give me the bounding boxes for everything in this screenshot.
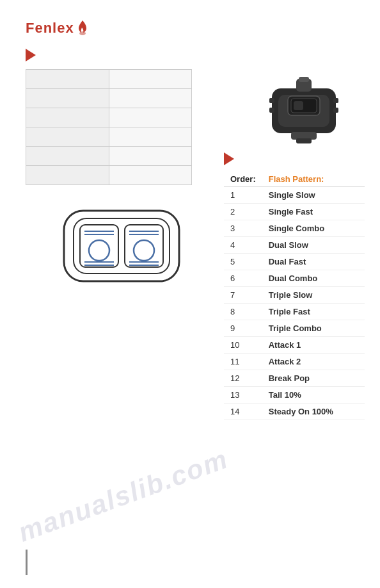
pattern-name: Attack 1 bbox=[262, 337, 365, 354]
pattern-table-row: 4Dual Slow bbox=[224, 237, 365, 254]
svg-rect-25 bbox=[333, 108, 338, 113]
main-layout: Order: Flash Pattern: 1Single Slow2Singl… bbox=[26, 69, 354, 420]
pattern-name: Dual Combo bbox=[262, 270, 365, 287]
pattern-name: Single Combo bbox=[262, 220, 365, 237]
svg-rect-18 bbox=[299, 77, 309, 82]
pattern-table-row: 1Single Slow bbox=[224, 187, 365, 204]
spec-table-cell bbox=[109, 127, 192, 147]
pattern-table-row: 3Single Combo bbox=[224, 220, 365, 237]
pattern-order: 14 bbox=[224, 404, 262, 420]
pattern-order: 6 bbox=[224, 270, 262, 287]
bottom-line bbox=[26, 550, 28, 575]
pattern-name: Single Slow bbox=[262, 187, 365, 204]
spec-table-row bbox=[26, 166, 192, 185]
spec-table-cell bbox=[26, 147, 109, 166]
svg-point-10 bbox=[134, 240, 154, 261]
svg-rect-24 bbox=[333, 98, 338, 103]
pattern-name: Triple Slow bbox=[262, 287, 365, 304]
pattern-table-row: 11Attack 2 bbox=[224, 354, 365, 370]
svg-point-4 bbox=[89, 240, 109, 261]
pattern-name: Attack 2 bbox=[262, 354, 365, 370]
pattern-order: 7 bbox=[224, 287, 262, 304]
pattern-order: 3 bbox=[224, 220, 262, 237]
pattern-table-row: 2Single Fast bbox=[224, 204, 365, 220]
pattern-name: Steady On 100% bbox=[262, 404, 365, 420]
pattern-name: Tail 10% bbox=[262, 387, 365, 404]
pattern-order: 8 bbox=[224, 304, 262, 320]
spec-table-row bbox=[26, 127, 192, 147]
pattern-order: 1 bbox=[224, 187, 262, 204]
spec-table-cell bbox=[26, 89, 109, 108]
spec-table-cell bbox=[109, 108, 192, 127]
pattern-section-marker bbox=[224, 152, 234, 165]
pattern-table: Order: Flash Pattern: 1Single Slow2Singl… bbox=[224, 172, 365, 420]
spec-table-cell bbox=[109, 166, 192, 185]
pattern-order: 4 bbox=[224, 237, 262, 254]
pattern-name: Dual Fast bbox=[262, 254, 365, 270]
pattern-name: Dual Slow bbox=[262, 237, 365, 254]
spec-table-row bbox=[26, 70, 192, 89]
col-header-order: Order: bbox=[224, 172, 262, 187]
spec-table-cell bbox=[109, 70, 192, 89]
spec-table bbox=[26, 69, 192, 185]
pattern-name: Triple Combo bbox=[262, 320, 365, 337]
pattern-table-row: 12Break Pop bbox=[224, 370, 365, 387]
pattern-order: 9 bbox=[224, 320, 262, 337]
spec-table-cell bbox=[26, 166, 109, 185]
pattern-order: 13 bbox=[224, 387, 262, 404]
charger-image bbox=[253, 76, 355, 146]
pattern-table-row: 7Triple Slow bbox=[224, 287, 365, 304]
pattern-order: 5 bbox=[224, 254, 262, 270]
flame-icon bbox=[75, 19, 90, 37]
pattern-table-row: 13Tail 10% bbox=[224, 387, 365, 404]
section-marker-top bbox=[26, 49, 36, 61]
switch-diagram bbox=[58, 204, 186, 288]
pattern-order: 11 bbox=[224, 354, 262, 370]
left-column bbox=[26, 69, 218, 288]
logo-text: Fenlex bbox=[26, 20, 74, 37]
pattern-table-row: 8Triple Fast bbox=[224, 304, 365, 320]
col-header-pattern: Flash Pattern: bbox=[262, 172, 365, 187]
pattern-table-row: 10Attack 1 bbox=[224, 337, 365, 354]
watermark: manualslib.com bbox=[14, 443, 232, 548]
pattern-order: 2 bbox=[224, 204, 262, 220]
spec-table-row bbox=[26, 147, 192, 166]
pattern-table-row: 14Steady On 100% bbox=[224, 404, 365, 420]
spec-table-cell bbox=[109, 147, 192, 166]
spec-table-cell bbox=[109, 89, 192, 108]
pattern-name: Break Pop bbox=[262, 370, 365, 387]
pattern-table-row: 9Triple Combo bbox=[224, 320, 365, 337]
spec-table-row bbox=[26, 108, 192, 127]
logo-area: Fenlex bbox=[26, 19, 354, 37]
pattern-order: 10 bbox=[224, 337, 262, 354]
spec-table-cell bbox=[26, 70, 109, 89]
pattern-table-row: 6Dual Combo bbox=[224, 270, 365, 287]
right-column: Order: Flash Pattern: 1Single Slow2Singl… bbox=[218, 69, 380, 420]
spec-table-cell bbox=[26, 127, 109, 147]
pattern-table-row: 5Dual Fast bbox=[224, 254, 365, 270]
svg-rect-27 bbox=[296, 138, 312, 143]
svg-rect-23 bbox=[269, 108, 274, 113]
svg-rect-22 bbox=[269, 98, 274, 103]
charger-image-wrap bbox=[224, 76, 380, 146]
pattern-name: Single Fast bbox=[262, 204, 365, 220]
svg-rect-1 bbox=[64, 211, 179, 281]
page: Fenlex bbox=[0, 0, 380, 588]
svg-rect-21 bbox=[294, 101, 303, 110]
svg-point-0 bbox=[79, 31, 86, 35]
pattern-order: 12 bbox=[224, 370, 262, 387]
spec-table-cell bbox=[26, 108, 109, 127]
flash-pattern-section: Order: Flash Pattern: 1Single Slow2Singl… bbox=[224, 152, 380, 420]
spec-table-row bbox=[26, 89, 192, 108]
pattern-name: Triple Fast bbox=[262, 304, 365, 320]
